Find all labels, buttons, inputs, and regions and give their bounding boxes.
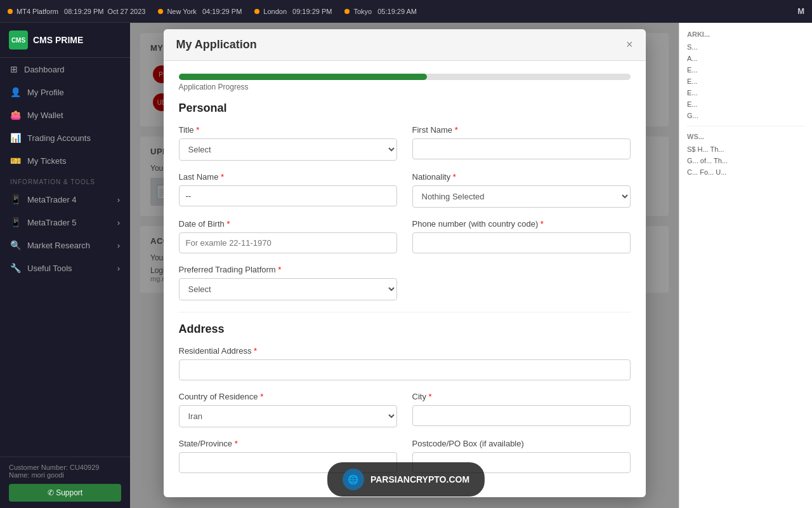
- form-group-residential: Residential Address *: [179, 346, 631, 380]
- wallet-icon: 👛: [10, 110, 21, 120]
- city-input[interactable]: [412, 405, 631, 426]
- clock-mt4-date: Oct 27 2023: [107, 8, 145, 15]
- sidebar-item-label: Useful Tools: [27, 264, 72, 273]
- clock-mt4-time: 08:19:29 PM: [64, 8, 103, 15]
- right-panel: ARKI... S... A... E... E... E... E... G.…: [679, 23, 812, 508]
- postcode-label: Postcode/PO Box (if available): [412, 439, 631, 448]
- ws-item1: S$ H... Th...: [687, 145, 804, 153]
- progress-container: Application Progress: [179, 74, 631, 91]
- ws-item3: C... Fo... U...: [687, 168, 804, 176]
- clock-mt4: MT4 Platform 08:19:29 PM Oct 27 2023: [8, 8, 145, 15]
- sidebar-item-useful-tools[interactable]: 🔧 Useful Tools: [0, 257, 130, 279]
- clock-tkyo-label: Tokyo: [353, 8, 374, 15]
- form-group-dob: Date of Birth *: [179, 219, 397, 253]
- phone-input[interactable]: [412, 232, 631, 253]
- sidebar-item-label: MetaTrader 5: [27, 218, 77, 227]
- clock-dot-ldn: [254, 9, 259, 14]
- clock-ldn-label: London: [263, 8, 289, 15]
- modal-title: My Application: [176, 38, 257, 51]
- clock-tokyo-time: 05:19:29 AM: [377, 8, 417, 15]
- form-group-trading-platform: Preferred Trading Platform * Select MT4 …: [179, 265, 397, 300]
- logo-icon: CMS: [9, 30, 28, 50]
- sidebar-item-dashboard[interactable]: ⊞ Dashboard: [0, 58, 130, 81]
- right-panel-item3: E...: [687, 66, 804, 74]
- support-button[interactable]: ✆ Support: [9, 484, 121, 502]
- personal-section-header: Personal: [179, 102, 631, 115]
- sidebar-item-profile[interactable]: 👤 My Profile: [0, 81, 130, 104]
- sidebar-item-label: Market Research: [27, 241, 90, 250]
- gmail-icon[interactable]: M: [797, 6, 804, 16]
- lastname-input[interactable]: [179, 185, 397, 206]
- sidebar-item-mt4[interactable]: 📱 MetaTrader 4: [0, 188, 130, 211]
- watermark-icon: 🌐: [343, 469, 364, 490]
- sidebar-item-label: My Wallet: [27, 110, 63, 120]
- watermark: 🌐 PARSIANCRYPTO.COM: [327, 462, 485, 497]
- residential-input[interactable]: [179, 359, 631, 380]
- country-select[interactable]: Iran United States United Kingdom German…: [179, 405, 397, 427]
- form-group-country: Country of Residence * Iran United State…: [179, 392, 397, 427]
- sidebar-item-wallet[interactable]: 👛 My Wallet: [0, 104, 130, 126]
- ws-item2: G... of... Th...: [687, 157, 804, 164]
- modal-overlay: My Application × Application Progress Pe…: [130, 23, 679, 508]
- right-panel-item2: A...: [687, 55, 804, 62]
- sidebar-section-label: INFORMATION & TOOLS: [0, 172, 130, 188]
- clock-newyork: New York 04:19:29 PM: [158, 8, 242, 15]
- city-label: City *: [412, 392, 631, 401]
- form-row-title-firstname: Title * Select Mr Mrs Miss Ms Dr: [179, 125, 631, 161]
- form-row-lastname-nationality: Last Name * Nationality * Nothing S: [179, 172, 631, 208]
- progress-bar-fill: [179, 74, 428, 80]
- form-row-country-city: Country of Residence * Iran United State…: [179, 392, 631, 427]
- modal-close-button[interactable]: ×: [626, 38, 633, 51]
- watermark-text: PARSIANCRYPTO.COM: [370, 474, 469, 485]
- dob-label: Date of Birth *: [179, 219, 397, 229]
- clock-mt4-label: MT4 Platform: [16, 8, 60, 15]
- customer-name: Name: mori goodi: [9, 471, 121, 479]
- right-panel-item5: E...: [687, 89, 804, 97]
- tools-icon: 🔧: [10, 263, 21, 273]
- sidebar-item-market-research[interactable]: 🔍 Market Research: [0, 234, 130, 257]
- sidebar-item-label: MetaTrader 4: [27, 195, 77, 204]
- right-panel-item1: S...: [687, 43, 804, 51]
- trading-icon: 📊: [10, 133, 21, 143]
- sidebar-bottom: Customer Number: CU40929 Name: mori good…: [0, 457, 130, 508]
- sidebar-logo: CMS CMS PRIME: [0, 23, 130, 58]
- nationality-select[interactable]: Nothing Selected: [412, 185, 631, 208]
- mt5-icon: 📱: [10, 217, 21, 227]
- tickets-icon: 🎫: [10, 156, 21, 166]
- form-group-nationality: Nationality * Nothing Selected: [412, 172, 631, 208]
- lastname-label: Last Name *: [179, 172, 397, 182]
- title-label: Title *: [179, 125, 397, 135]
- nationality-label: Nationality *: [412, 172, 631, 182]
- right-panel-arki: ARKI...: [687, 30, 804, 38]
- application-modal: My Application × Application Progress Pe…: [164, 29, 646, 497]
- right-panel-ws: WS...: [687, 133, 804, 140]
- sidebar-item-label: Dashboard: [24, 65, 65, 74]
- form-row-dob-phone: Date of Birth * Phone number (with count…: [179, 219, 631, 253]
- dob-input[interactable]: [179, 232, 397, 253]
- sidebar-item-trading[interactable]: 📊 Trading Accounts: [0, 126, 130, 149]
- firstname-label: First Name *: [412, 125, 631, 135]
- form-group-title: Title * Select Mr Mrs Miss Ms Dr: [179, 125, 397, 161]
- firstname-input[interactable]: [412, 138, 631, 159]
- right-panel-item4: E...: [687, 77, 804, 85]
- clock-ny-label: New York: [167, 8, 199, 15]
- clock-dot-ny: [158, 9, 163, 14]
- state-label: State/Province *: [179, 439, 397, 448]
- trading-platform-label: Preferred Trading Platform *: [179, 265, 397, 274]
- sidebar-item-mt5[interactable]: 📱 MetaTrader 5: [0, 211, 130, 234]
- sidebar-item-tickets[interactable]: 🎫 My Tickets: [0, 149, 130, 172]
- content-area: MY APPLICATION PI Personal Info UD Uploa…: [130, 23, 679, 508]
- trading-platform-select[interactable]: Select MT4 MT5: [179, 278, 397, 300]
- section-divider: [179, 312, 631, 312]
- progress-bar-bg: [179, 74, 631, 80]
- mt4-icon: 📱: [10, 194, 21, 204]
- form-group-phone: Phone number (with country code) *: [412, 219, 631, 253]
- research-icon: 🔍: [10, 240, 21, 250]
- form-group-empty: [412, 265, 631, 300]
- title-select[interactable]: Select Mr Mrs Miss Ms Dr: [179, 138, 397, 161]
- modal-body: Application Progress Personal Title *: [164, 61, 646, 497]
- topbar: MT4 Platform 08:19:29 PM Oct 27 2023 New…: [0, 0, 812, 23]
- sidebar: CMS CMS PRIME ⊞ Dashboard 👤 My Profile 👛…: [0, 23, 130, 508]
- form-row-residential: Residential Address *: [179, 346, 631, 380]
- sidebar-item-label: My Profile: [27, 88, 64, 97]
